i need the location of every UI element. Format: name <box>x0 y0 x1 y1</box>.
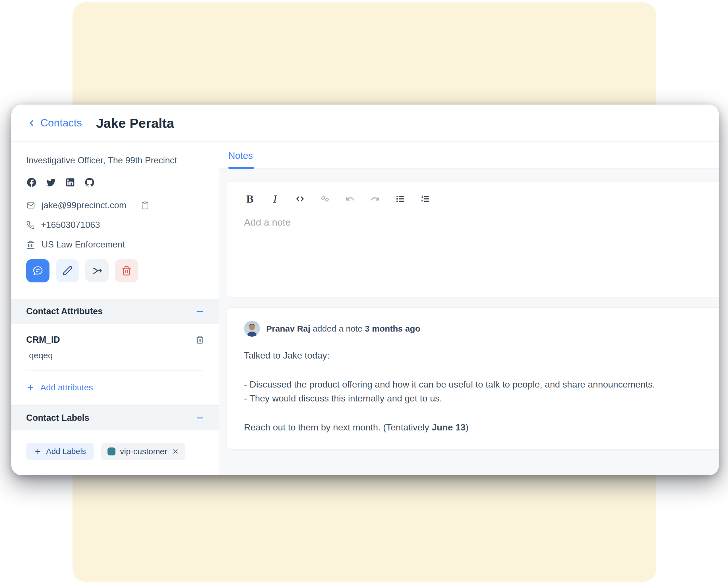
copy-email-button[interactable] <box>141 201 149 210</box>
italic-icon: I <box>273 193 277 205</box>
note-timestamp: 3 months ago <box>365 324 420 333</box>
page-title: Jake Peralta <box>96 115 174 131</box>
label-chip-text: vip-customer <box>120 447 167 456</box>
linkedin-icon[interactable] <box>65 177 76 188</box>
tab-notes-label: Notes <box>228 150 253 161</box>
chevron-left-icon <box>27 118 36 128</box>
company-icon <box>26 240 35 249</box>
trash-icon <box>122 266 132 276</box>
ordered-list-icon: 12 <box>420 194 430 204</box>
note-bold-date: June 13 <box>432 422 466 433</box>
undo-button[interactable] <box>344 193 356 205</box>
labels-row: Add Labels vip-customer <box>11 431 219 472</box>
contact-phone[interactable]: +16503071063 <box>41 220 100 230</box>
label-color-swatch <box>107 447 115 455</box>
note-line: - They would discuss this internally and… <box>244 391 702 406</box>
card-body: Investigative Officer, The 99th Precinct <box>11 142 719 475</box>
delete-attribute-button[interactable] <box>196 336 204 344</box>
tab-notes[interactable]: Notes <box>228 150 254 168</box>
page: Contacts Jake Peralta Investigative Offi… <box>0 0 728 583</box>
contact-labels-title: Contact Labels <box>26 413 89 423</box>
editor-toolbar: B I <box>244 193 719 205</box>
note-line: - Discussed the product offering and how… <box>244 378 702 392</box>
collapse-labels-button[interactable] <box>196 414 204 422</box>
social-links-row <box>26 177 204 188</box>
contact-attributes-header: Contact Attributes <box>11 299 219 324</box>
redo-icon <box>370 194 380 204</box>
merge-arrows-icon <box>91 265 103 276</box>
undo-icon <box>345 194 355 204</box>
trash-icon <box>196 336 204 344</box>
note-editor-card: B I <box>227 181 719 298</box>
attribute-value[interactable]: qeqeq <box>29 351 204 360</box>
note-line: Reach out to them by next month. (Tentat… <box>244 420 702 435</box>
add-labels-button[interactable]: Add Labels <box>26 443 94 460</box>
note-card: Pranav Raj added a note 3 months ago Tal… <box>227 307 719 449</box>
twitter-icon[interactable] <box>46 177 56 188</box>
back-to-contacts-link[interactable]: Contacts <box>27 117 82 129</box>
note-line: Talked to Jake today: <box>244 349 702 363</box>
contact-phone-row: +16503071063 <box>26 220 204 230</box>
back-link-label: Contacts <box>41 117 82 129</box>
redo-button[interactable] <box>369 193 381 205</box>
attribute-name: CRM_ID <box>26 335 60 345</box>
close-icon <box>172 448 179 455</box>
note-author: Pranav Raj <box>266 324 310 333</box>
contact-company-row: US Law Enforcement <box>26 240 204 250</box>
contact-company: US Law Enforcement <box>42 240 125 250</box>
add-labels-label: Add Labels <box>46 447 86 456</box>
delete-contact-button[interactable] <box>115 259 138 282</box>
note-action: added a note <box>313 324 362 333</box>
contact-profile: Investigative Officer, The 99th Precinct <box>11 142 219 299</box>
contact-actions-row <box>26 259 204 282</box>
ordered-list-button[interactable]: 12 <box>419 193 431 205</box>
link-button[interactable] <box>319 193 331 205</box>
bold-icon: B <box>246 193 253 205</box>
card-header: Contacts Jake Peralta <box>11 105 719 142</box>
bullet-list-button[interactable] <box>394 193 406 205</box>
remove-label-button[interactable] <box>172 448 179 455</box>
code-button[interactable] <box>294 193 306 205</box>
collapse-attributes-button[interactable] <box>196 307 204 316</box>
bold-button[interactable]: B <box>244 193 256 205</box>
chat-bubble-icon <box>32 265 44 276</box>
avatar <box>244 321 260 337</box>
link-icon <box>320 194 330 204</box>
notes-body: B I <box>219 169 719 475</box>
notes-panel: Notes B I <box>219 142 719 475</box>
active-tab-indicator <box>228 167 254 169</box>
plus-icon <box>34 448 42 455</box>
contact-email-row: jake@99precinct.com <box>26 200 204 211</box>
note-header: Pranav Raj added a note 3 months ago <box>244 321 702 337</box>
minus-icon <box>196 414 204 422</box>
email-icon <box>26 201 35 210</box>
label-chip: vip-customer <box>101 443 185 460</box>
contact-sidebar: Investigative Officer, The 99th Precinct <box>11 142 219 475</box>
note-input[interactable]: Add a note <box>244 217 719 262</box>
contact-labels-header: Contact Labels <box>11 406 219 431</box>
contact-email[interactable]: jake@99precinct.com <box>42 200 127 211</box>
pencil-icon <box>62 266 73 276</box>
note-body: Talked to Jake today: - Discussed the pr… <box>244 349 702 435</box>
svg-text:2: 2 <box>421 199 423 203</box>
add-attributes-label: Add attributes <box>41 383 93 392</box>
svg-text:1: 1 <box>421 195 423 198</box>
merge-contact-button[interactable] <box>85 259 109 282</box>
plus-icon <box>26 383 35 392</box>
tab-bar: Notes <box>219 142 719 169</box>
github-icon[interactable] <box>84 177 95 188</box>
phone-icon <box>26 221 35 229</box>
attribute-item: CRM_ID qeqeq <box>11 324 219 371</box>
contact-attributes-title: Contact Attributes <box>26 306 103 316</box>
contact-detail-card: Contacts Jake Peralta Investigative Offi… <box>11 105 719 475</box>
add-attributes-button[interactable]: Add attributes <box>11 371 219 406</box>
new-conversation-button[interactable] <box>26 259 50 282</box>
code-icon <box>295 194 305 204</box>
facebook-icon[interactable] <box>26 177 37 188</box>
note-meta: Pranav Raj added a note 3 months ago <box>266 324 420 334</box>
bullet-list-icon <box>395 194 405 204</box>
italic-button[interactable]: I <box>269 193 281 205</box>
contact-bio: Investigative Officer, The 99th Precinct <box>26 155 204 166</box>
minus-icon <box>196 307 204 316</box>
edit-contact-button[interactable] <box>56 259 79 282</box>
